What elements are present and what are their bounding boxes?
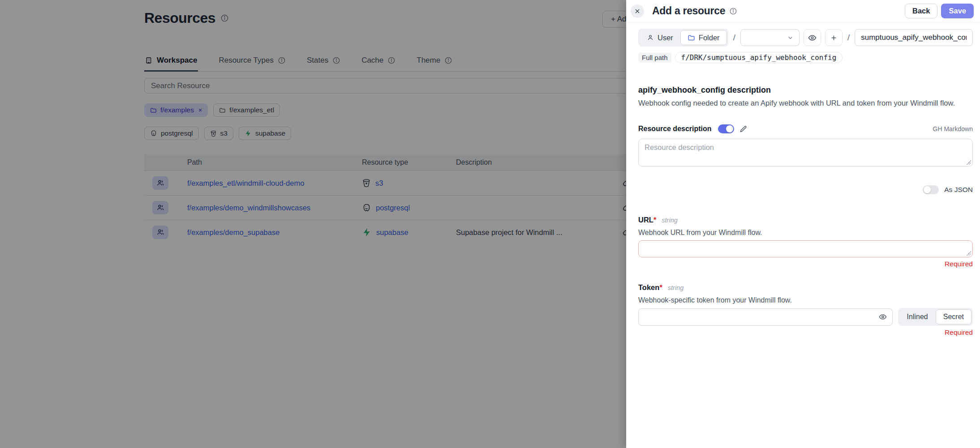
- as-json-toggle[interactable]: [923, 185, 939, 194]
- plus-icon: [830, 34, 838, 42]
- as-json-row: As JSON: [638, 185, 973, 194]
- drawer-header: Add a resource Back Save: [626, 0, 980, 22]
- user-toggle-button[interactable]: User: [640, 30, 680, 45]
- resource-name-input[interactable]: [855, 29, 973, 46]
- url-field: URL* string Webhook URL from your Windmi…: [638, 216, 973, 268]
- path-picker: User Folder /: [638, 29, 973, 47]
- drawer-title: Add a resource: [652, 5, 725, 17]
- required-asterisk: *: [653, 216, 656, 224]
- resource-description-placeholder: Resource description: [645, 143, 714, 151]
- as-json-label: As JSON: [944, 186, 973, 194]
- add-resource-drawer: Add a resource Back Save User: [626, 0, 980, 448]
- folder-toggle-button[interactable]: Folder: [680, 30, 727, 45]
- resource-type-description-heading: apify_webhook_config description: [638, 85, 973, 95]
- back-button[interactable]: Back: [905, 4, 937, 18]
- url-field-help: Webhook URL from your Windmill flow.: [638, 229, 973, 237]
- resource-description-textarea[interactable]: Resource description: [638, 139, 973, 166]
- full-path-row: Full path f/DRK/sumptuous_apify_webhook_…: [638, 52, 973, 63]
- full-path-value: f/DRK/sumptuous_apify_webhook_config: [675, 52, 843, 63]
- token-field-label: Token*: [638, 283, 662, 292]
- app-root: Resources + Add resource Workspace Resou…: [0, 0, 980, 448]
- token-input-wrap: [638, 308, 893, 326]
- user-toggle-label: User: [658, 34, 673, 42]
- resource-description-toggle[interactable]: [718, 124, 734, 133]
- gh-markdown-hint: GH Markdown: [933, 125, 973, 132]
- chevron-down-icon: [787, 34, 794, 41]
- token-field-type: string: [668, 284, 683, 291]
- owner-kind-toggle: User Folder: [638, 29, 728, 47]
- pencil-icon[interactable]: [739, 125, 747, 133]
- path-separator: /: [847, 33, 851, 43]
- full-path-label: Full path: [638, 52, 671, 63]
- url-field-label: URL*: [638, 216, 656, 224]
- token-field: Token* string Webhook-specific token fro…: [638, 283, 973, 337]
- save-button[interactable]: Save: [941, 4, 974, 18]
- resource-description-label: Resource description: [638, 125, 712, 133]
- token-input[interactable]: [644, 312, 879, 321]
- eye-icon: [808, 34, 817, 42]
- url-input[interactable]: [638, 240, 973, 257]
- resource-description-row: Resource description GH Markdown: [638, 124, 973, 133]
- folder-select[interactable]: [740, 29, 799, 46]
- token-required-error: Required: [638, 329, 973, 337]
- user-icon: [647, 34, 654, 41]
- required-asterisk: *: [659, 283, 662, 291]
- url-required-error: Required: [638, 260, 973, 268]
- add-folder-button[interactable]: [825, 29, 842, 46]
- resize-handle[interactable]: [967, 251, 971, 256]
- resource-type-description-body: Webhook config needed to create an Apify…: [638, 99, 973, 107]
- token-mode-toggle: Inlined Secret: [898, 308, 973, 326]
- eye-icon[interactable]: [879, 313, 887, 321]
- view-folder-button[interactable]: [804, 29, 821, 46]
- inlined-toggle-button[interactable]: Inlined: [899, 309, 936, 324]
- folder-icon: [688, 34, 695, 42]
- close-drawer-button[interactable]: [631, 4, 644, 18]
- info-icon: [730, 8, 737, 15]
- token-field-help: Webhook-specific token from your Windmil…: [638, 296, 973, 304]
- path-separator: /: [732, 33, 736, 43]
- resize-handle[interactable]: [967, 160, 971, 165]
- url-field-type: string: [662, 217, 677, 224]
- secret-toggle-button[interactable]: Secret: [936, 309, 971, 324]
- folder-toggle-label: Folder: [699, 34, 720, 42]
